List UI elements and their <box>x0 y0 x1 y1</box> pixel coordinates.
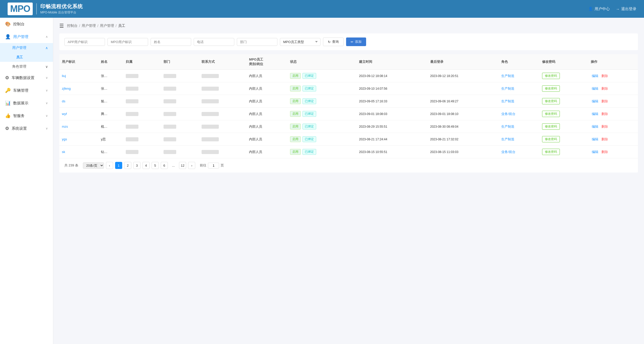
cell-last-login: 2023-09-06 16:49:27 <box>428 95 499 108</box>
user-id-link[interactable]: ds <box>62 99 65 103</box>
page-unit: 页 <box>221 163 224 168</box>
cell-action: 编辑 删除 <box>588 82 638 95</box>
user-id-link[interactable]: wyf <box>62 112 67 116</box>
sidebar-item-smart-service[interactable]: 👍 智服务 ∨ <box>0 109 53 122</box>
cell-pwd: 修改密码 <box>540 108 588 120</box>
sidebar-sub-sub-item-employee[interactable]: 员工 <box>0 53 53 62</box>
user-id-link[interactable]: sk <box>62 150 65 154</box>
table-row: mzs 梳… ████ ███ ████████ 内部人员 启用 已绑定 202… <box>59 120 638 133</box>
phone-input[interactable] <box>194 38 234 46</box>
edit-btn[interactable]: 编辑 <box>591 74 599 78</box>
cell-pwd: 修改密码 <box>540 82 588 95</box>
breadcrumb: ☰ 控制台 / 用户管理 / 用户管理 / 员工 <box>59 23 638 29</box>
status-bind-tag: 已绑定 <box>302 124 316 129</box>
page-btn-4[interactable]: 4 <box>142 162 150 169</box>
cell-last-login: 2023-09-01 18:08:10 <box>428 108 499 120</box>
cell-status: 启用 已绑定 <box>288 70 356 82</box>
table-row: liuj 张… ████ ███ ████████ 内部人员 启用 已绑定 20… <box>59 70 638 82</box>
cell-created: 2023-09-01 18:08:03 <box>356 108 427 120</box>
edit-btn[interactable]: 编辑 <box>591 150 599 154</box>
sidebar-item-system-settings[interactable]: ⚙ 系统设置 ∨ <box>0 122 53 135</box>
page-btn-12[interactable]: 12 <box>179 162 186 169</box>
user-center-btn[interactable]: 👤 用户中心 <box>588 7 610 11</box>
modify-pwd-btn[interactable]: 修改密码 <box>542 85 560 92</box>
logout-label: 退出登录 <box>621 7 636 11</box>
cell-pwd: 修改密码 <box>540 95 588 108</box>
add-label: 添加 <box>355 40 362 44</box>
edit-btn[interactable]: 编辑 <box>591 112 599 116</box>
th-last-login: 最后登录 <box>428 54 499 70</box>
cell-mpo-type: 内部人员 <box>246 108 287 120</box>
sidebar-group-user: 👤 用户管理 ∧ 用户管理 ∧ 员工 角色管理 ∨ <box>0 30 53 71</box>
main-content: ☰ 控制台 / 用户管理 / 用户管理 / 员工 MPO员工类型 ↻ 查询 ✏ <box>53 18 644 344</box>
modify-pwd-btn[interactable]: 修改密码 <box>542 149 560 155</box>
delete-btn[interactable]: 删除 <box>600 99 609 104</box>
edit-btn[interactable]: 编辑 <box>591 99 599 104</box>
modify-pwd-btn[interactable]: 修改密码 <box>542 73 560 79</box>
cell-user-id: liuj <box>59 70 98 82</box>
edit-btn[interactable]: 编辑 <box>591 137 599 142</box>
edit-btn[interactable]: 编辑 <box>591 124 599 129</box>
page-btn-2[interactable]: 2 <box>124 162 131 169</box>
cell-name: 钻… <box>98 146 123 158</box>
cell-mpo-type: 内部人员 <box>246 82 287 95</box>
cell-role: 生产制造 <box>499 82 540 95</box>
dept-input[interactable] <box>237 38 277 46</box>
user-id-link[interactable]: zjfeng <box>62 87 71 90</box>
delete-btn[interactable]: 删除 <box>600 112 609 116</box>
add-button[interactable]: ✏ 添加 <box>346 37 366 46</box>
cell-mpo-type: 内部人员 <box>246 70 287 82</box>
cell-contact: ████████ <box>199 82 247 95</box>
goto-input[interactable] <box>208 163 219 168</box>
logout-btn[interactable]: → 退出登录 <box>616 7 636 11</box>
app-user-input[interactable] <box>64 38 105 46</box>
query-button[interactable]: ↻ 查询 <box>323 37 344 46</box>
modify-pwd-btn[interactable]: 修改密码 <box>542 98 560 104</box>
page-size-select[interactable]: 20条/页 <box>83 162 104 169</box>
sidebar-item-vehicle-mgmt[interactable]: 🔑 车辆管理 ∨ <box>0 84 53 97</box>
cell-dept: ███ <box>161 146 199 158</box>
sidebar-item-data-display[interactable]: 📊 数据展示 ∨ <box>0 97 53 109</box>
delete-btn[interactable]: 删除 <box>600 74 609 78</box>
modify-pwd-btn[interactable]: 修改密码 <box>542 136 560 142</box>
modify-pwd-btn[interactable]: 修改密码 <box>542 123 560 130</box>
mpo-user-input[interactable] <box>108 38 148 46</box>
cell-contact: ████████ <box>199 95 247 108</box>
name-input[interactable] <box>151 38 191 46</box>
dashboard-icon: 🎨 <box>5 21 11 27</box>
delete-btn[interactable]: 删除 <box>600 150 609 154</box>
delete-btn[interactable]: 删除 <box>600 124 609 129</box>
user-id-link[interactable]: liuj <box>62 74 66 78</box>
sidebar-label-user-mgmt: 用户管理 <box>13 34 43 39</box>
next-page-btn[interactable]: › <box>188 162 195 169</box>
status-enable-tag: 启用 <box>290 73 301 79</box>
sidebar-item-user-mgmt[interactable]: 👤 用户管理 ∧ <box>0 30 53 43</box>
sidebar-item-dashboard[interactable]: 🎨 控制台 <box>0 18 53 30</box>
cell-role: 生产制造 <box>499 120 540 133</box>
modify-pwd-btn[interactable]: 修改密码 <box>542 111 560 117</box>
edit-btn[interactable]: 编辑 <box>591 86 599 91</box>
logo-area: MPO 印畅流程优化系统 MPO-Mobile 后台管理平台 <box>8 3 83 15</box>
page-btn-6[interactable]: 6 <box>161 162 168 169</box>
page-btn-1[interactable]: 1 <box>115 162 122 169</box>
delete-btn[interactable]: 删除 <box>600 137 609 142</box>
page-btn-5[interactable]: 5 <box>152 162 159 169</box>
delete-btn[interactable]: 删除 <box>600 86 609 91</box>
status-bind-tag: 已绑定 <box>302 98 316 104</box>
page-btn-3[interactable]: 3 <box>133 162 140 169</box>
sidebar-item-vehicle-data[interactable]: ⚙ 车辆数据设置 ∨ <box>0 71 53 84</box>
user-center-label: 用户中心 <box>595 7 610 11</box>
sidebar-sub-item-user-manage[interactable]: 用户管理 ∧ <box>0 43 53 53</box>
sidebar-sub-item-role-manage[interactable]: 角色管理 ∨ <box>0 62 53 71</box>
user-id-link[interactable]: ygs <box>62 137 67 141</box>
cell-name: 张… <box>98 82 123 95</box>
cell-role: 生产制造 <box>499 133 540 146</box>
sidebar-sub-label-role-manage: 角色管理 <box>12 64 26 69</box>
mpo-type-select[interactable]: MPO员工类型 <box>280 38 320 46</box>
cell-name: 梳… <box>98 120 123 133</box>
menu-icon[interactable]: ☰ <box>59 23 64 29</box>
query-label: 查询 <box>332 40 339 44</box>
chevron-right-icon: ∨ <box>45 65 48 69</box>
prev-page-btn[interactable]: ‹ <box>106 162 113 169</box>
user-id-link[interactable]: mzs <box>62 125 68 128</box>
